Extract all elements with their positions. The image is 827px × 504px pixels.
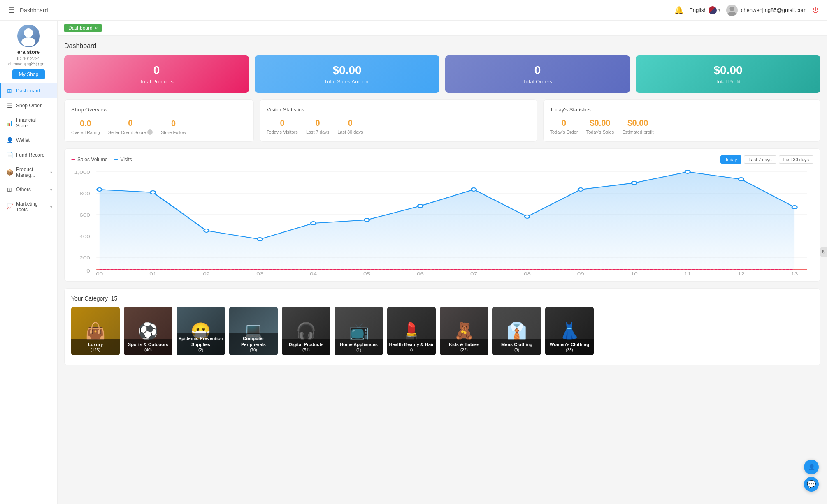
stat-card-profit: $0.00 Total Profit [636,55,820,93]
chevron-down-icon: ▾ [718,8,720,12]
total-products-value: 0 [153,64,160,77]
chart-btn-last7[interactable]: Last 7 days [744,155,776,164]
store-follow-stat: 0 Store Follow [161,119,186,135]
sidebar-item-dashboard[interactable]: ⊞ Dashboard [0,83,57,98]
breadcrumb-label: Dashboard [68,25,93,31]
seller-credit-label: Seller Credit Score i [108,129,153,135]
svg-point-44 [792,206,797,209]
legend-sales-dot [71,159,75,160]
estimated-profit-value: $0.00 [622,118,653,128]
svg-point-1 [728,11,736,16]
category-card-computer[interactable]: 💻 Computer Peripherals (70) [229,307,278,355]
chat-bubble-primary[interactable]: 💬 [804,477,819,492]
breadcrumb-bar: Dashboard × [58,21,827,36]
today-stats-title: Today's Statistics [550,106,814,113]
store-name: era store [17,49,40,55]
category-card-health[interactable]: 💄 Health Beauty & Hair () [387,307,436,355]
category-overlay-computer: Computer Peripherals (70) [229,333,278,355]
visitor-stats-title: Visitor Statistics [267,106,530,113]
svg-text:11: 11 [684,272,691,275]
sidebar-item-financial[interactable]: 📊 Financial State... [0,113,57,133]
sidebar-item-product-manag[interactable]: 📦 Product Manag... ▾ [0,162,57,182]
svg-text:02: 02 [203,272,210,275]
user-info[interactable]: chenwenjing85@gmail.com [726,5,806,16]
category-section: Your Category 15 👜 Luxury (125) [64,288,820,365]
category-title: Your Category 15 [71,295,813,302]
category-card-sports[interactable]: ⚽ Sports & Outdoors (40) [124,307,172,355]
sidebar-label-dashboard: Dashboard [16,88,52,94]
category-card-epidemic[interactable]: 😷 Epidemic Prevention Supplies (2) [177,307,225,355]
chat-bubble-secondary[interactable]: 👤 [804,460,819,474]
avatar-placeholder [17,25,40,47]
store-follow-value: 0 [161,119,186,128]
category-overlay-sports: Sports & Outdoors (40) [124,339,172,355]
chart-btn-last30[interactable]: Last 30 days [779,155,813,164]
today-sales-value: $0.00 [586,118,614,128]
last7-stat: 0 Last 7 days [306,118,329,134]
sidebar-item-wallet[interactable]: 👤 Wallet [0,133,57,148]
today-sales-label: Today's Sales [586,129,614,134]
my-shop-button[interactable]: My Shop [12,69,45,79]
category-card-digital[interactable]: 🎧 Digital Products (51) [282,307,330,355]
svg-point-41 [632,181,637,185]
category-card-appliances[interactable]: 📺 Home Appliances (1) [335,307,383,355]
svg-text:400: 400 [79,234,90,239]
language-selector[interactable]: English ▾ [689,6,720,14]
info-icon[interactable]: i [147,129,153,135]
svg-text:10: 10 [631,272,638,275]
wallet-icon: 👤 [6,137,13,143]
last30-value: 0 [337,118,363,128]
sidebar-item-others[interactable]: ⊞ Others ▾ [0,182,57,197]
store-follow-label: Store Follow [161,130,186,135]
breadcrumb-close-icon[interactable]: × [95,25,98,30]
total-profit-label: Total Profit [715,79,741,85]
today-order-label: Today's Order [550,129,578,134]
chart-panel: Sales Volume Visits Today Last 7 days La… [64,148,820,282]
user-email: chenwenjing85@gmail.com [741,7,806,13]
total-products-label: Total Products [139,79,173,85]
estimated-profit-stat: $0.00 Estimated profit [622,118,653,134]
svg-point-42 [685,170,690,173]
today-visitors-label: Today's Visitors [267,129,298,134]
svg-point-36 [364,218,369,222]
header-left: ☰ Dashboard [8,6,48,15]
chart-legend: Sales Volume Visits [71,157,132,162]
financial-icon: 📊 [6,120,13,126]
svg-text:05: 05 [363,272,370,275]
svg-point-32 [151,191,156,194]
svg-text:1,000: 1,000 [74,170,90,175]
category-scroll[interactable]: 👜 Luxury (125) ⚽ S [71,307,813,358]
chevron-marketing-icon: ▾ [50,205,52,209]
sidebar-item-fund-record[interactable]: 📄 Fund Record [0,148,57,162]
sidebar-label-shop-order: Shop Order [16,103,52,109]
side-refresh-icon[interactable]: ↻ [820,247,827,257]
svg-text:200: 200 [79,256,90,261]
category-overlay-mens: Mens Clothing (9) [492,339,541,355]
hamburger-icon[interactable]: ☰ [8,6,15,15]
category-card-kids[interactable]: 🧸 Kids & Babies (22) [440,307,488,355]
sidebar-item-shop-order[interactable]: ☰ Shop Order [0,98,57,113]
chart-svg: 1,000 800 600 400 200 0 [71,168,813,275]
svg-point-0 [729,6,734,11]
sidebar-item-marketing[interactable]: 📈 Marketing Tools ▾ [0,197,57,217]
svg-point-38 [471,188,476,191]
store-email: chenwenjing85@gm... [7,62,51,66]
svg-point-39 [525,215,530,218]
category-card-womens[interactable]: 👗 Women's Clothing (33) [545,307,594,355]
others-icon: ⊞ [6,186,13,193]
svg-text:00: 00 [96,272,103,275]
category-card-mens[interactable]: 👔 Mens Clothing (9) [492,307,541,355]
fund-record-icon: 📄 [6,152,13,158]
chart-btn-today[interactable]: Today [720,155,741,164]
stat-cards-row: 0 Total Products $0.00 Total Sales Amoun… [64,55,820,93]
svg-point-2 [24,28,33,37]
last7-label: Last 7 days [306,129,329,134]
overall-rating-stat: 0.0 Overall Rating [71,119,100,135]
category-card-luxury[interactable]: 👜 Luxury (125) [71,307,120,355]
today-order-value: 0 [550,118,578,128]
power-icon[interactable]: ⏻ [812,7,819,14]
header-right: 🔔 English ▾ chenwenjing85@gmail.com ⏻ [674,5,819,16]
overview-row: Shop Overview 0.0 Overall Rating 0 Selle… [64,99,820,142]
bell-icon[interactable]: 🔔 [674,6,683,15]
avatar [726,5,738,16]
